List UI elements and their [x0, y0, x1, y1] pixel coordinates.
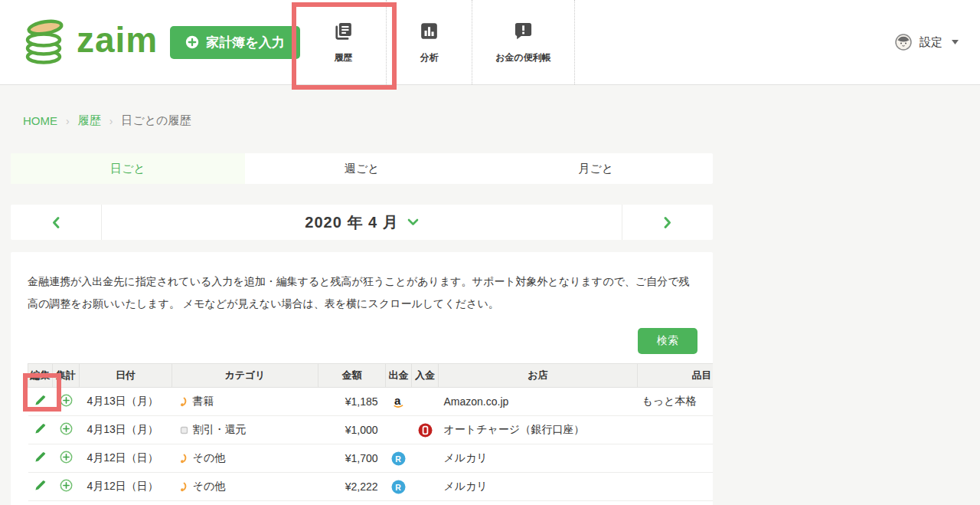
tab-daily[interactable]: 日ごと [11, 153, 245, 184]
add-entry-label: 家計簿を入力 [206, 34, 284, 51]
table-row: 4月13日（月）割引・還元¥1,000オートチャージ（銀行口座） [28, 416, 714, 444]
history-card: 金融連携が入出金先に指定されている入力を追加・編集すると残高が狂うことがあります… [11, 252, 713, 505]
withdrawal-cell: R [386, 444, 412, 473]
category-cell: その他 [172, 473, 318, 501]
main-nav: 履歴分析お金の便利帳 [301, 0, 575, 84]
aggregate-plus-icon[interactable] [60, 479, 73, 492]
column-header: 金額 [318, 364, 386, 388]
breadcrumb-item[interactable]: 履歴 [78, 113, 101, 128]
category-cell: 書籍 [172, 388, 318, 416]
store-cell: Amazon.co.jp [439, 388, 638, 416]
date-navigation: 2020 年 4 月 [11, 205, 713, 240]
table-row: 4月13日（月）書籍¥1,185aAmazon.co.jpもっと本格 [28, 388, 714, 416]
deposit-cell [412, 473, 439, 501]
item-cell [638, 444, 714, 473]
nav-item-history[interactable]: 履歴 [301, 0, 387, 84]
column-header: お店 [439, 364, 638, 388]
history-table: 編集集計日付カテゴリ金額出金入金お店品目 4月13日（月）書籍¥1,185aAm… [28, 363, 713, 501]
column-header: 日付 [80, 364, 172, 388]
orange-category-icon [180, 482, 188, 492]
edit-pencil-icon[interactable] [34, 422, 47, 435]
breadcrumb-separator: › [66, 115, 70, 127]
table-row: 4月12日（日）その他¥2,222Rメルカリ [28, 473, 714, 501]
store-cell: オートチャージ（銀行口座） [439, 416, 638, 444]
breadcrumb: HOME›履歴›日ごとの履歴 [0, 85, 980, 128]
nav-item-analysis[interactable]: 分析 [387, 0, 472, 84]
deposit-cell [412, 416, 439, 444]
tab-monthly[interactable]: 月ごと [479, 153, 713, 184]
nav-item-label: お金の便利帳 [495, 51, 551, 64]
gray-category-icon [180, 426, 188, 434]
breadcrumb-separator: › [109, 115, 113, 127]
next-month-button[interactable] [622, 205, 713, 240]
category-cell: その他 [172, 444, 318, 473]
table-header-row: 編集集計日付カテゴリ金額出金入金お店品目 [28, 364, 714, 388]
orange-category-icon [180, 454, 188, 464]
history-table-wrapper[interactable]: 編集集計日付カテゴリ金額出金入金お店品目 4月13日（月）書籍¥1,185aAm… [28, 363, 713, 501]
deposit-cell [412, 388, 439, 416]
edit-pencil-icon[interactable] [34, 394, 47, 407]
column-header: 編集 [28, 364, 53, 388]
svg-text:R: R [395, 482, 401, 491]
plus-circle-icon [185, 35, 199, 49]
app-header: zaim 家計簿を入力 履歴分析お金の便利帳 設定 [0, 0, 980, 85]
aggregate-plus-icon[interactable] [60, 451, 73, 464]
amount-cell: ¥1,000 [318, 416, 386, 444]
history-icon [333, 21, 354, 44]
settings-label: 設定 [920, 35, 942, 50]
settings-menu[interactable]: 設定 [895, 34, 959, 51]
category-cell: 割引・還元 [172, 416, 318, 444]
svg-text:R: R [395, 454, 401, 463]
month-selector[interactable]: 2020 年 4 月 [101, 205, 622, 240]
column-header: 入金 [412, 364, 439, 388]
amount-cell: ¥1,185 [318, 388, 386, 416]
nav-item-label: 履歴 [335, 51, 353, 64]
withdrawal-cell: a [386, 388, 412, 416]
prev-month-button[interactable] [11, 205, 101, 240]
svg-text:a: a [394, 395, 401, 407]
search-button[interactable]: 検索 [638, 328, 697, 354]
edit-pencil-icon[interactable] [34, 451, 47, 464]
coin-stack-icon [23, 16, 67, 68]
store-cell: メルカリ [439, 473, 638, 501]
table-row: 4月12日（日）その他¥1,700Rメルカリ [28, 444, 714, 473]
blue-account-icon: R [391, 451, 406, 466]
breadcrumb-item: 日ごとの履歴 [121, 113, 191, 128]
date-cell: 4月12日（日） [80, 444, 172, 473]
store-cell: メルカリ [439, 444, 638, 473]
amount-cell: ¥1,700 [318, 444, 386, 473]
analysis-icon [419, 21, 439, 44]
edit-pencil-icon[interactable] [34, 479, 47, 492]
logo-wordmark: zaim [77, 22, 158, 62]
zaim-logo[interactable]: zaim [23, 16, 158, 68]
add-entry-button[interactable]: 家計簿を入力 [170, 26, 299, 59]
item-cell [638, 473, 714, 501]
date-cell: 4月13日（月） [80, 388, 172, 416]
date-cell: 4月13日（月） [80, 416, 172, 444]
column-header: 品目 [638, 364, 714, 388]
orange-category-icon [180, 397, 188, 407]
avatar [895, 34, 912, 51]
amount-cell: ¥2,222 [318, 473, 386, 501]
period-tabs: 日ごと週ごと月ごと [11, 153, 713, 184]
aggregate-plus-icon[interactable] [60, 422, 73, 435]
date-cell: 4月12日（日） [80, 473, 172, 501]
withdrawal-cell: R [386, 473, 412, 501]
chevron-down-icon [407, 218, 419, 226]
tab-weekly[interactable]: 週ごと [245, 153, 479, 184]
column-header: 出金 [386, 364, 412, 388]
item-cell: もっと本格 [638, 388, 714, 416]
red-account-icon [418, 423, 433, 438]
nav-item-notebook[interactable]: お金の便利帳 [472, 0, 575, 84]
notebook-icon [513, 21, 534, 44]
withdrawal-cell [386, 416, 412, 444]
balance-warning-text: 金融連携が入出金先に指定されている入力を追加・編集すると残高が狂うことがあります… [28, 271, 713, 315]
column-header: カテゴリ [172, 364, 318, 388]
aggregate-plus-icon[interactable] [60, 394, 73, 407]
blue-account-icon: R [391, 480, 406, 494]
breadcrumb-item[interactable]: HOME [23, 114, 57, 127]
column-header: 集計 [53, 364, 80, 388]
amazon-icon: a [392, 395, 405, 409]
current-month-label: 2020 年 4 月 [305, 212, 398, 233]
item-cell [638, 416, 714, 444]
